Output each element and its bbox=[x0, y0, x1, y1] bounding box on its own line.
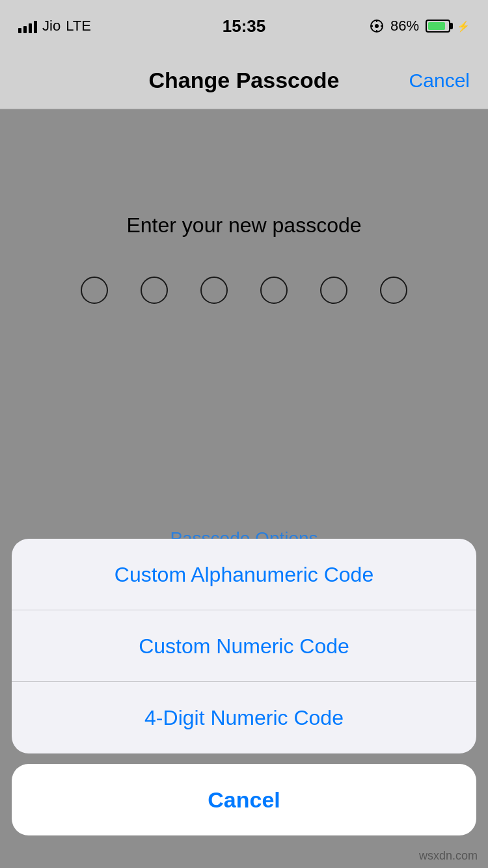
svg-point-1 bbox=[375, 24, 379, 28]
passcode-dot-2 bbox=[141, 277, 168, 304]
action-sheet-cancel-button[interactable]: Cancel bbox=[12, 764, 476, 835]
passcode-dot-5 bbox=[320, 277, 347, 304]
status-bar: Jio LTE 15:35 86% ⚡ bbox=[0, 0, 488, 52]
action-sheet: Custom Alphanumeric Code Custom Numeric … bbox=[12, 539, 476, 753]
battery-percent-label: 86% bbox=[390, 18, 419, 34]
carrier-label: Jio bbox=[42, 18, 61, 34]
passcode-dot-3 bbox=[200, 277, 228, 304]
passcode-prompt-label: Enter your new passcode bbox=[126, 213, 361, 237]
action-custom-numeric[interactable]: Custom Numeric Code bbox=[12, 610, 476, 682]
passcode-dot-6 bbox=[380, 277, 407, 304]
signal-bars-icon bbox=[18, 19, 37, 33]
battery-icon bbox=[426, 20, 450, 33]
action-sheet-cancel-container: Cancel bbox=[12, 764, 476, 835]
location-icon bbox=[370, 19, 384, 33]
main-content: Enter your new passcode bbox=[0, 109, 488, 343]
action-4digit-numeric[interactable]: 4-Digit Numeric Code bbox=[12, 682, 476, 753]
page-title: Change Passcode bbox=[149, 68, 340, 93]
status-right: 86% ⚡ bbox=[370, 18, 470, 34]
passcode-dot-1 bbox=[81, 277, 108, 304]
nav-cancel-button[interactable]: Cancel bbox=[409, 70, 470, 92]
action-custom-alphanumeric[interactable]: Custom Alphanumeric Code bbox=[12, 539, 476, 610]
passcode-dots-row bbox=[81, 277, 407, 304]
network-label: LTE bbox=[66, 18, 91, 34]
status-left: Jio LTE bbox=[18, 18, 91, 34]
charging-icon: ⚡ bbox=[457, 20, 470, 33]
passcode-dot-4 bbox=[260, 277, 288, 304]
action-sheet-overlay: Custom Alphanumeric Code Custom Numeric … bbox=[0, 539, 488, 868]
time-label: 15:35 bbox=[223, 16, 266, 36]
watermark: wsxdn.com bbox=[419, 849, 478, 863]
nav-bar: Change Passcode Cancel bbox=[0, 52, 488, 109]
